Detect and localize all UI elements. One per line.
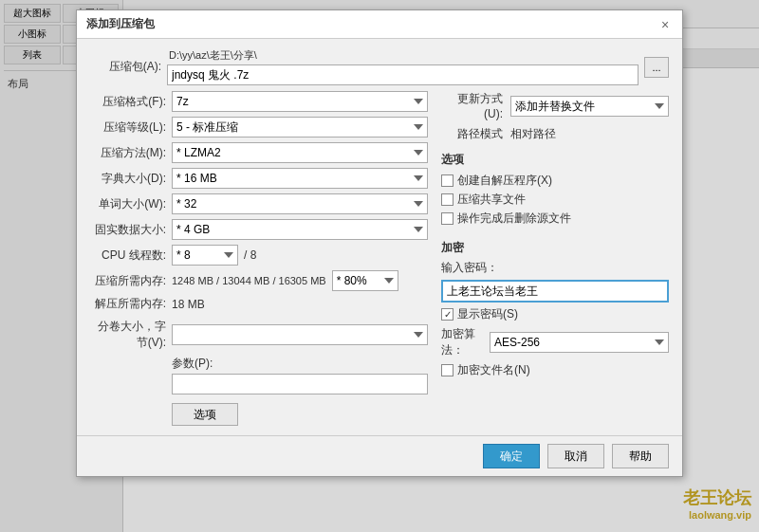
- param-label: 参数(P):: [172, 356, 428, 372]
- cb-show-password[interactable]: [441, 308, 454, 321]
- vol-select[interactable]: [172, 324, 428, 345]
- comp-mem-row: 压缩所需内存: 1248 MB / 13044 MB / 16305 MB * …: [90, 270, 428, 291]
- dialog-body: 压缩包(A): D:\yy\az\老王\分享\ ... 压缩格式(F): 7z: [77, 39, 682, 435]
- vol-label: 分卷大小，字节(V):: [90, 319, 166, 351]
- format-select[interactable]: 7z: [172, 91, 428, 112]
- password-label: 输入密码：: [441, 260, 669, 276]
- solid-select[interactable]: * 4 GB: [172, 219, 428, 240]
- right-column: 更新方式(U): 添加并替换文件 路径模式 相对路径 选项: [441, 91, 669, 426]
- options-section-title: 选项: [441, 152, 669, 168]
- dialog-footer: 确定 取消 帮助: [77, 435, 682, 476]
- comp-mem-select[interactable]: * 80%: [332, 270, 398, 291]
- cb-encrypt-filename-row[interactable]: 加密文件名(N): [441, 362, 669, 378]
- param-input[interactable]: [172, 374, 428, 394]
- cpu-label: CPU 线程数:: [90, 248, 166, 264]
- dict-label: 字典大小(D):: [90, 171, 166, 187]
- cb-encrypt-filename[interactable]: [441, 364, 454, 376]
- options-section: 选项 创建自解压程序(X) 压缩共享文件 操作完成后删除源文件: [441, 152, 669, 227]
- cb-show-password-row[interactable]: 显示密码(S): [441, 306, 669, 322]
- method-label: 压缩方法(M):: [90, 145, 166, 161]
- method-row: 压缩方法(M): * LZMA2: [90, 142, 428, 163]
- comp-mem-text: 1248 MB / 13044 MB / 16305 MB: [172, 275, 326, 286]
- cb-share-row[interactable]: 压缩共享文件: [441, 192, 669, 208]
- help-button[interactable]: 帮助: [612, 444, 669, 468]
- two-column-layout: 压缩格式(F): 7z 压缩等级(L): 5 - 标准压缩 压缩方法(M):: [90, 91, 669, 426]
- archive-path-display: D:\yy\az\老王\分享\: [167, 48, 639, 63]
- left-column: 压缩格式(F): 7z 压缩等级(L): 5 - 标准压缩 压缩方法(M):: [90, 91, 428, 426]
- cb-share[interactable]: [441, 193, 454, 206]
- format-label: 压缩格式(F):: [90, 94, 166, 110]
- word-label: 单词大小(W):: [90, 196, 166, 212]
- update-label: 更新方式(U):: [441, 91, 503, 120]
- decomp-mem-label: 解压所需内存:: [90, 296, 166, 312]
- word-select[interactable]: * 32: [172, 193, 428, 214]
- cb-create-sfx[interactable]: [441, 174, 454, 187]
- cb-delete-after-row[interactable]: 操作完成后删除源文件: [441, 211, 669, 227]
- cb-delete-after[interactable]: [441, 212, 454, 225]
- options-btn-row: 选项: [90, 403, 428, 426]
- archive-filename-input[interactable]: [167, 64, 639, 85]
- encrypt-section: 加密 输入密码： 显示密码(S) 加密算法： AES-256: [441, 240, 669, 378]
- solid-label: 固实数据大小:: [90, 222, 166, 238]
- alg-label: 加密算法：: [441, 326, 484, 358]
- word-row: 单词大小(W): * 32: [90, 193, 428, 214]
- cb-show-password-label: 显示密码(S): [457, 306, 518, 322]
- dialog-titlebar: 添加到压缩包 ×: [77, 10, 682, 39]
- cb-create-sfx-row[interactable]: 创建自解压程序(X): [441, 173, 669, 189]
- dict-row: 字典大小(D): * 16 MB: [90, 168, 428, 189]
- cb-delete-after-label: 操作完成后删除源文件: [457, 211, 571, 227]
- comp-mem-label: 压缩所需内存:: [90, 273, 166, 289]
- cb-encrypt-filename-label: 加密文件名(N): [457, 362, 530, 378]
- path-row: 路径模式 相对路径: [441, 126, 669, 142]
- archive-label: 压缩包(A):: [90, 59, 161, 75]
- level-select[interactable]: 5 - 标准压缩: [172, 117, 428, 138]
- cpu-row: CPU 线程数: * 8 / 8: [90, 245, 428, 266]
- decomp-mem-value: 18 MB: [172, 298, 205, 311]
- solid-row: 固实数据大小: * 4 GB: [90, 219, 428, 240]
- method-select[interactable]: * LZMA2: [172, 142, 428, 163]
- cb-share-label: 压缩共享文件: [457, 192, 526, 208]
- archive-row: 压缩包(A): D:\yy\az\老王\分享\ ...: [90, 48, 669, 85]
- level-label: 压缩等级(L):: [90, 119, 166, 136]
- cb-create-sfx-label: 创建自解压程序(X): [457, 173, 552, 189]
- close-icon[interactable]: ×: [657, 17, 673, 32]
- alg-select[interactable]: AES-256: [490, 332, 669, 353]
- path-label: 路径模式: [441, 126, 503, 142]
- ok-button[interactable]: 确定: [483, 444, 540, 468]
- level-row: 压缩等级(L): 5 - 标准压缩: [90, 117, 428, 138]
- cancel-button[interactable]: 取消: [547, 444, 604, 468]
- vol-row: 分卷大小，字节(V):: [90, 319, 428, 351]
- cpu-select[interactable]: * 8: [172, 245, 238, 266]
- password-input[interactable]: [441, 280, 669, 303]
- alg-row: 加密算法： AES-256: [441, 326, 669, 358]
- path-value: 相对路径: [510, 126, 556, 142]
- browse-button[interactable]: ...: [644, 57, 669, 78]
- archive-input-wrap: D:\yy\az\老王\分享\: [167, 48, 639, 85]
- dialog-overlay: 添加到压缩包 × 压缩包(A): D:\yy\az\老王\分享\ ... 压缩格…: [0, 0, 759, 532]
- param-row: 参数(P):: [90, 356, 428, 394]
- options-button[interactable]: 选项: [172, 403, 238, 426]
- encrypt-section-title: 加密: [441, 240, 669, 256]
- decomp-mem-row: 解压所需内存: 18 MB: [90, 296, 428, 312]
- format-row: 压缩格式(F): 7z: [90, 91, 428, 112]
- cpu-total: / 8: [244, 248, 256, 262]
- dict-select[interactable]: * 16 MB: [172, 168, 428, 189]
- update-select[interactable]: 添加并替换文件: [510, 96, 669, 117]
- add-to-archive-dialog: 添加到压缩包 × 压缩包(A): D:\yy\az\老王\分享\ ... 压缩格…: [76, 9, 683, 477]
- update-row: 更新方式(U): 添加并替换文件: [441, 91, 669, 120]
- dialog-title: 添加到压缩包: [86, 16, 155, 32]
